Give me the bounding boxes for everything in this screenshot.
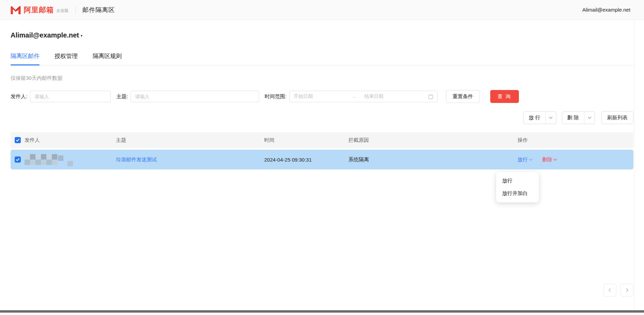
time-cell: 2024-04-25 09:30:31 bbox=[264, 157, 348, 163]
col-header-operation: 操作 bbox=[518, 137, 633, 144]
chevron-left-icon bbox=[608, 288, 612, 292]
menu-item-release-and-whitelist[interactable]: 放行并加白 bbox=[496, 187, 539, 200]
bulk-release-label[interactable]: 放 行 bbox=[524, 112, 545, 124]
table-row[interactable]: 垃圾邮件发送测试 2024-04-25 09:30:31 系统隔离 放行 删除 bbox=[11, 150, 633, 169]
calendar-icon bbox=[428, 94, 433, 99]
pagination bbox=[603, 284, 633, 297]
menu-item-release[interactable]: 放行 bbox=[496, 175, 539, 187]
header-account-text: Alimail@example.net bbox=[582, 7, 630, 13]
retention-notice: 仅保留30天内邮件数据 bbox=[11, 75, 633, 81]
brand-edition-badge: 企业版 bbox=[56, 8, 69, 14]
row-delete-action[interactable]: 删除 bbox=[542, 156, 557, 163]
date-range-arrow-icon: → bbox=[352, 94, 356, 99]
col-header-reason: 拦截原因 bbox=[348, 137, 518, 144]
delete-chevron-down-icon bbox=[553, 159, 557, 161]
sender-input[interactable] bbox=[30, 91, 111, 102]
bulk-delete-split-button[interactable]: 删 除 bbox=[562, 111, 595, 124]
table-header-row: 发件人 主题 时间 拦截原因 操作 bbox=[11, 132, 633, 148]
bulk-delete-label[interactable]: 删 除 bbox=[562, 112, 584, 124]
row-checkbox[interactable] bbox=[15, 156, 21, 163]
daterange-label: 时间范围: bbox=[265, 93, 286, 100]
sender-redacted-mosaic bbox=[25, 154, 57, 165]
row-delete-label: 删除 bbox=[542, 156, 552, 163]
operation-cell: 放行 删除 bbox=[518, 156, 633, 163]
scrollbar-divider bbox=[634, 20, 634, 310]
row-release-label: 放行 bbox=[518, 156, 528, 163]
row-checkbox-cell bbox=[11, 156, 25, 163]
end-date-placeholder[interactable]: 结束日期 bbox=[364, 93, 428, 100]
subject-label: 主题: bbox=[116, 93, 128, 100]
mail-quarantine-page: 阿里邮箱 企业版 邮件隔离区 Alimail@example.net Alima… bbox=[0, 0, 644, 315]
release-dropdown-menu: 放行 放行并加白 bbox=[496, 172, 539, 202]
tab-auth-management[interactable]: 授权管理 bbox=[55, 52, 78, 65]
account-selector-label: Alimail@example.net bbox=[11, 31, 79, 39]
bulk-delete-chevron-down-icon[interactable] bbox=[584, 112, 595, 124]
page-title: 邮件隔离区 bbox=[83, 6, 115, 14]
bulk-actions-bar: 放 行 删 除 刷新列表 bbox=[11, 111, 633, 124]
reset-filters-button[interactable]: 重置条件 bbox=[446, 90, 480, 103]
alimail-logo: 阿里邮箱 企业版 bbox=[10, 5, 69, 15]
sender-label: 发件人: bbox=[11, 93, 27, 100]
main-content: Alimail@example.net ▾ 隔离区邮件 授权管理 隔离区规则 仅… bbox=[0, 20, 644, 169]
col-header-time: 时间 bbox=[264, 137, 348, 144]
refresh-list-button[interactable]: 刷新列表 bbox=[601, 111, 633, 124]
tab-quarantine-mail[interactable]: 隔离区邮件 bbox=[11, 52, 40, 65]
start-date-placeholder[interactable]: 开始日期 bbox=[294, 93, 352, 100]
prev-page-button[interactable] bbox=[603, 284, 616, 297]
header-bar: 阿里邮箱 企业版 邮件隔离区 Alimail@example.net bbox=[0, 0, 644, 20]
sender-cell bbox=[25, 154, 116, 165]
filter-bar: 发件人: 主题: 时间范围: 开始日期 → 结束日期 重置条件 查 询 bbox=[11, 90, 633, 103]
chevron-right-icon bbox=[625, 288, 629, 292]
release-chevron-down-icon bbox=[529, 159, 533, 161]
bulk-release-chevron-down-icon[interactable] bbox=[545, 112, 556, 124]
tab-quarantine-rules[interactable]: 隔离区规则 bbox=[93, 52, 122, 65]
brand-name: 阿里邮箱 bbox=[24, 5, 54, 15]
select-all-checkbox[interactable] bbox=[15, 137, 21, 143]
header-checkbox-cell bbox=[11, 137, 25, 143]
header-divider bbox=[75, 6, 76, 14]
daterange-picker[interactable]: 开始日期 → 结束日期 bbox=[289, 91, 438, 102]
subject-cell: 垃圾邮件发送测试 bbox=[116, 156, 264, 163]
subject-input[interactable] bbox=[131, 91, 259, 102]
quarantine-table: 发件人 主题 时间 拦截原因 操作 垃圾邮件发送测试 2024-04- bbox=[11, 132, 633, 169]
next-page-button[interactable] bbox=[620, 284, 633, 297]
col-header-sender: 发件人 bbox=[25, 137, 116, 144]
query-button[interactable]: 查 询 bbox=[490, 90, 519, 103]
window-bottom-edge bbox=[0, 310, 644, 313]
subject-link[interactable]: 垃圾邮件发送测试 bbox=[116, 156, 157, 162]
reason-cell: 系统隔离 bbox=[348, 156, 518, 163]
bulk-release-split-button[interactable]: 放 行 bbox=[523, 111, 556, 124]
col-header-subject: 主题 bbox=[116, 137, 264, 144]
account-selector[interactable]: Alimail@example.net ▾ bbox=[11, 31, 83, 39]
tab-bar: 隔离区邮件 授权管理 隔离区规则 bbox=[11, 52, 633, 65]
row-release-action[interactable]: 放行 bbox=[518, 156, 533, 163]
alimail-m-icon bbox=[10, 5, 21, 14]
caret-down-icon: ▾ bbox=[81, 34, 83, 38]
